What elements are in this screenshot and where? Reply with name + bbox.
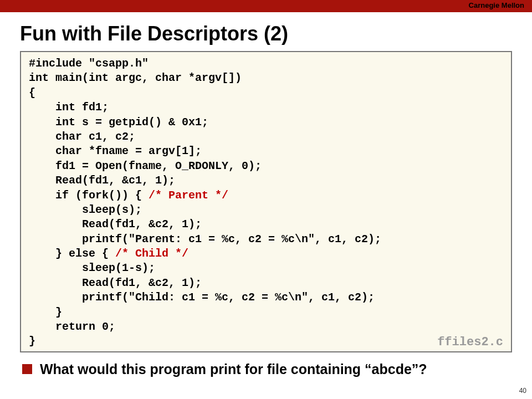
code-comment: /* Parent */: [149, 189, 228, 202]
code-line: char *fname = argv[1];: [29, 145, 202, 157]
code-line: return 0;: [29, 320, 115, 333]
code-line: int s = getpid() & 0x1;: [29, 116, 208, 129]
code-line: Read(fd1, &c1, 1);: [29, 174, 175, 187]
question-text: What would this program print for file c…: [40, 361, 427, 377]
code-line: #include "csapp.h": [29, 57, 149, 70]
code-line: int fd1;: [29, 101, 109, 114]
code-line: char c1, c2;: [29, 130, 135, 143]
code-line: printf("Parent: c1 = %c, c2 = %c\n", c1,…: [29, 233, 381, 245]
page-number: 40: [519, 387, 526, 395]
slide-title: Fun with File Descriptors (2): [20, 22, 532, 45]
code-filename: ffiles2.c: [437, 334, 503, 350]
code-line: } else {: [29, 247, 115, 260]
code-comment: /* Child */: [115, 247, 188, 260]
code-line: }: [29, 335, 35, 347]
header-bar: Carnegie Mellon: [0, 0, 532, 12]
bullet-icon: [22, 364, 32, 374]
code-line: printf("Child: c1 = %c, c2 = %c\n", c1, …: [29, 291, 375, 304]
code-line: int main(int argc, char *argv[]): [29, 71, 242, 84]
code-line: sleep(s);: [29, 203, 142, 216]
code-line: Read(fd1, &c2, 1);: [29, 218, 202, 231]
code-line: }: [29, 306, 62, 319]
brand-text: Carnegie Mellon: [469, 1, 524, 9]
code-line: {: [29, 86, 35, 99]
code-box: #include "csapp.h" int main(int argc, ch…: [20, 51, 512, 352]
question-row: What would this program print for file c…: [22, 361, 532, 377]
code-line: Read(fd1, &c2, 1);: [29, 277, 202, 289]
code-line: fd1 = Open(fname, O_RDONLY, 0);: [29, 160, 262, 172]
code-line: sleep(1-s);: [29, 262, 155, 274]
code-line: if (fork()) {: [29, 189, 149, 202]
code-content: #include "csapp.h" int main(int argc, ch…: [29, 57, 503, 349]
